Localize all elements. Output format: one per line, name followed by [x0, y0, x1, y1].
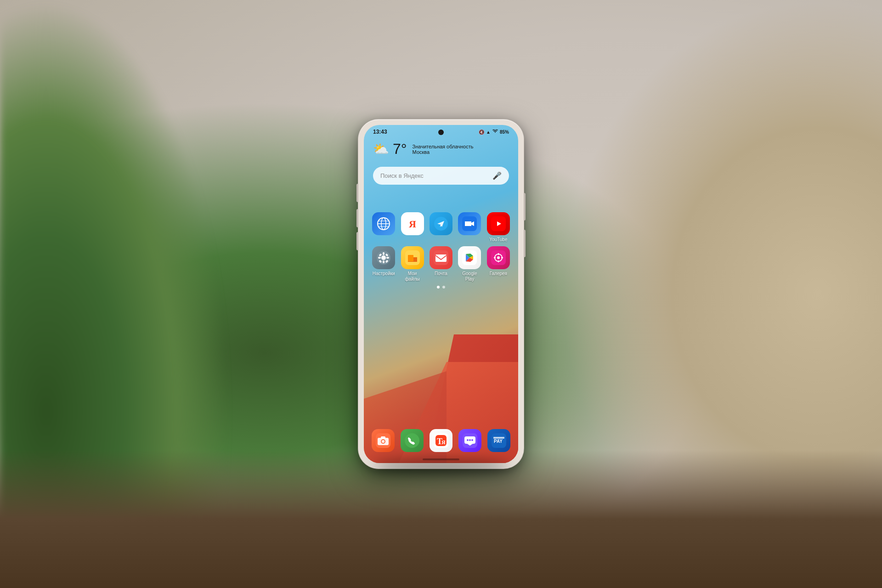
weather-info: Значительная облачность Москва	[413, 144, 474, 155]
svg-rect-17	[386, 257, 389, 259]
app-label-mail: Почта	[435, 271, 447, 277]
app-gallery[interactable]: Галерея	[486, 246, 511, 282]
mic-icon[interactable]: 🎤	[492, 171, 502, 180]
app-row-2: Настройки Мои файлы	[371, 246, 511, 282]
phone-screen: 13:43 🔇 ▲ 85% ⛅ 7°	[364, 125, 518, 463]
svg-rect-16	[378, 257, 381, 259]
app-icon-google-play	[458, 246, 481, 269]
phone-shadow	[372, 459, 510, 473]
weather-city: Москва	[413, 149, 474, 155]
phone-device: 13:43 🔇 ▲ 85% ⛅ 7°	[358, 119, 524, 469]
app-icon-camera	[372, 429, 395, 452]
app-grid-row2: Настройки Мои файлы	[364, 246, 518, 282]
app-label-youtube: YouTube	[489, 237, 507, 243]
svg-text:Я: Я	[441, 439, 446, 446]
weather-widget: ⛅ 7° Значительная облачность Москва	[364, 137, 518, 161]
app-samsung-pay[interactable]: PAY	[487, 429, 511, 454]
app-google-play[interactable]: Google Play	[457, 246, 482, 282]
app-icon-samsung: PAY	[487, 429, 510, 452]
app-icon-files	[401, 246, 424, 269]
app-camera[interactable]	[371, 429, 395, 454]
app-icon-telegram	[430, 212, 452, 235]
app-icon-youtube	[487, 212, 510, 235]
home-indicator	[423, 458, 459, 460]
app-files[interactable]: Мои файлы	[400, 246, 424, 282]
svg-text:Я: Я	[409, 218, 416, 230]
svg-point-37	[382, 440, 384, 443]
svg-point-47	[469, 439, 471, 441]
svg-point-48	[471, 439, 473, 441]
app-mail[interactable]: Почта	[429, 246, 453, 282]
app-meet[interactable]	[457, 212, 482, 243]
dot-2[interactable]	[442, 286, 445, 288]
search-bar[interactable]: Поиск в Яндекс 🎤	[373, 167, 509, 185]
battery-text: 85%	[500, 130, 509, 135]
weather-temperature: 7°	[393, 141, 407, 158]
app-messages[interactable]	[458, 429, 482, 454]
status-time: 13:43	[373, 129, 387, 135]
svg-point-39	[405, 433, 419, 448]
app-icon-meet	[458, 212, 481, 235]
app-icon-browser	[372, 212, 395, 235]
app-youtube[interactable]: YouTube	[486, 212, 511, 243]
app-label-files: Мои файлы	[400, 271, 424, 282]
app-label-gallery: Галерея	[490, 271, 507, 277]
svg-text:PAY: PAY	[494, 439, 503, 444]
app-icon-gallery	[487, 246, 510, 269]
app-tjournal[interactable]: T Я	[429, 429, 452, 454]
app-yandex[interactable]: Я	[400, 212, 424, 243]
phone-wrapper: 13:43 🔇 ▲ 85% ⛅ 7°	[358, 119, 524, 469]
app-icon-mail	[430, 246, 452, 269]
weather-description: Значительная облачность	[413, 144, 474, 149]
wifi-icon	[492, 129, 498, 135]
svg-rect-23	[408, 255, 413, 261]
app-row-1: Я	[371, 212, 511, 243]
svg-rect-25	[435, 254, 447, 262]
status-icons: 🔇 ▲ 85%	[479, 129, 509, 135]
svg-rect-51	[493, 437, 504, 439]
apps-section: Я	[364, 212, 518, 282]
svg-point-13	[381, 255, 386, 260]
page-dots	[364, 286, 518, 288]
dock: T Я	[371, 429, 511, 454]
svg-point-29	[497, 256, 500, 259]
app-icon-tyandex: T Я	[430, 429, 452, 452]
status-bar: 13:43 🔇 ▲ 85%	[364, 125, 518, 137]
app-icon-phone	[401, 429, 424, 452]
app-label-settings: Настройки	[373, 271, 395, 277]
app-settings[interactable]: Настройки	[371, 246, 396, 282]
app-icon-yandex: Я	[401, 212, 424, 235]
volume-icon: 🔇	[479, 130, 484, 135]
dot-1[interactable]	[437, 286, 440, 288]
app-browser[interactable]	[371, 212, 396, 243]
app-label-google-play: Google Play	[457, 271, 482, 282]
search-placeholder: Поиск в Яндекс	[380, 172, 424, 179]
app-grid-row1: Я	[364, 212, 518, 243]
svg-rect-15	[383, 260, 384, 263]
app-icon-messages	[458, 429, 481, 452]
weather-icon: ⛅	[373, 141, 389, 157]
signal-icon: ▲	[486, 130, 491, 135]
svg-rect-38	[381, 436, 385, 439]
svg-rect-14	[383, 252, 384, 255]
app-icon-settings	[372, 246, 395, 269]
app-phone-call[interactable]	[400, 429, 424, 454]
svg-point-46	[467, 439, 469, 441]
app-telegram[interactable]	[429, 212, 453, 243]
